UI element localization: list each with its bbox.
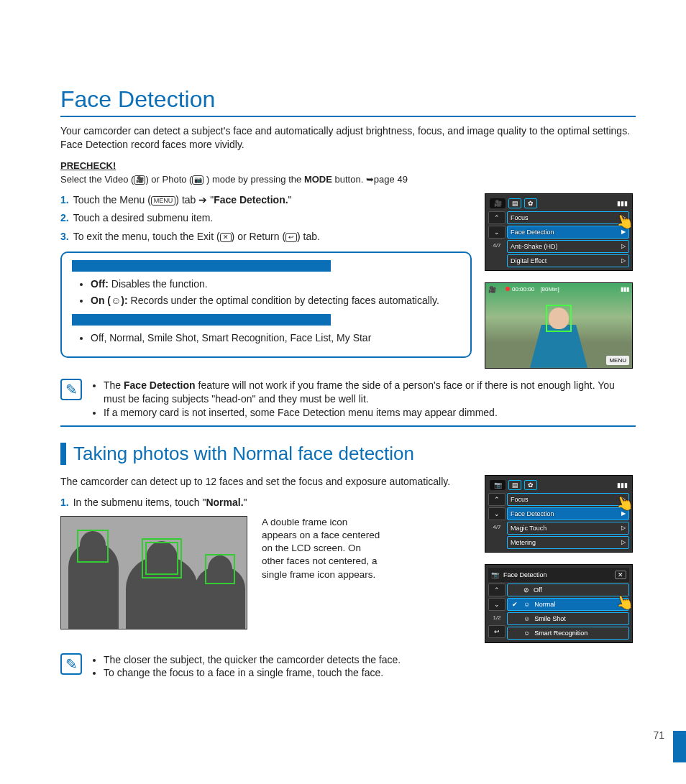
- menu-item-focus[interactable]: Focus▷: [507, 493, 629, 506]
- exit-icon: ✕: [220, 233, 232, 242]
- page-indicator: 4/7: [488, 522, 506, 533]
- menu-item-anti-shake[interactable]: Anti-Shake (HD)▷: [507, 240, 629, 253]
- step-2: 2.Touch a desired submenu item.: [60, 211, 472, 226]
- record-indicator: 00:00:00 [80Min]: [506, 286, 559, 292]
- settings-tab-icon[interactable]: ✿: [524, 198, 537, 208]
- menu-item-magic-touch[interactable]: Magic Touch▷: [507, 522, 629, 535]
- page-indicator: 4/7: [488, 240, 506, 252]
- scroll-up-button[interactable]: ⌃: [488, 584, 506, 596]
- face-box-icon: [546, 305, 572, 332]
- mode-video-icon: 🎥: [490, 198, 506, 208]
- menu-chip-icon: MENU: [151, 196, 176, 206]
- preview-battery-icon: ▮▮▮: [621, 286, 629, 292]
- page-number: 71: [653, 729, 664, 741]
- note-2: ✎ The closer the subject, the quicker th…: [60, 653, 636, 681]
- note1-item-1: The Face Detection feature will not work…: [104, 379, 636, 406]
- preview-mode-icon: 🎥: [488, 286, 496, 293]
- step-1: 1.Touch the Menu (MENU) tab ➔ "Face Dete…: [60, 193, 472, 208]
- note2-item-2: To change the focus to a face in a singl…: [104, 666, 401, 680]
- note-icon: ✎: [60, 653, 82, 675]
- return-button[interactable]: ↩: [488, 625, 506, 638]
- precheck-label: PRECHECK!: [60, 160, 636, 171]
- precheck-text: Select the Video (🎥) or Photo (📷 ) mode …: [60, 174, 636, 185]
- lcd-face-detection-options: 📷 Face Detection ✕ ⌃ ⌄ 1/2 ↩ ⊘Off ✔☺Norm…: [485, 564, 633, 643]
- page-indicator: 1/2: [488, 612, 506, 624]
- note1-item-2: If a memory card is not inserted, some F…: [104, 406, 636, 420]
- face-detection-diagram: [60, 516, 247, 629]
- note2-item-1: The closer the subject, the quicker the …: [104, 653, 401, 667]
- menu-tab-icon[interactable]: ▤: [508, 480, 521, 490]
- submenu-box: Off: Disables the function. On (☺): Reco…: [60, 252, 472, 359]
- menu-item-focus[interactable]: Focus▷: [507, 211, 629, 224]
- page-title: Face Detection: [60, 86, 636, 117]
- fd-option-off[interactable]: ⊘Off: [507, 584, 629, 596]
- scroll-down-button[interactable]: ⌄: [488, 226, 506, 239]
- note-1: ✎ The Face Detection feature will not wo…: [60, 379, 636, 427]
- preview-menu-button[interactable]: MENU: [606, 356, 629, 365]
- battery-icon: ▮▮▮: [617, 481, 628, 489]
- fd-option-smile-shot[interactable]: ☺Smile Shot: [507, 612, 629, 625]
- fd-option-smart-recognition[interactable]: ☺Smart Recognition: [507, 627, 629, 640]
- scroll-down-button[interactable]: ⌄: [488, 507, 506, 520]
- mode-photo-icon: 📷: [491, 571, 499, 578]
- page-accent-bar: [673, 731, 686, 762]
- menu-item-face-detection[interactable]: Face Detection▶: [507, 226, 629, 239]
- lcd-preview: 🎥 00:00:00 [80Min] ▮▮▮ MENU: [485, 282, 633, 369]
- lcd-menu-video: 🎥 ▤ ✿ ▮▮▮ ⌃ ⌄ 4/7 Focus▷ Face Detection▶…: [485, 193, 633, 271]
- step-3: 3.To exit the menu, touch the Exit (✕) o…: [60, 230, 472, 244]
- submenu-options: Off, Normal, Smile Shot, Smart Recogniti…: [91, 331, 460, 345]
- scroll-up-button[interactable]: ⌃: [488, 493, 506, 506]
- menu-tab-icon[interactable]: ▤: [508, 198, 521, 208]
- heading-bar-2: [72, 314, 331, 326]
- submenu-on: On (☺): Records under the optimal condit…: [91, 294, 460, 308]
- diagram-caption: A double frame icon appears on a face ce…: [262, 516, 384, 581]
- fd-title: Face Detection: [503, 571, 610, 578]
- scroll-up-button[interactable]: ⌃: [488, 211, 506, 224]
- fd-option-normal[interactable]: ✔☺Normal: [507, 598, 629, 611]
- substep-1: 1.In the submenu items, touch "Normal.": [60, 496, 472, 510]
- intro-text: Your camcorder can detect a subject's fa…: [60, 124, 636, 152]
- return-icon: ↩: [285, 233, 297, 242]
- battery-icon: ▮▮▮: [617, 200, 628, 207]
- video-mode-icon: 🎥: [134, 175, 145, 185]
- lcd-menu-photo: 📷 ▤ ✿ ▮▮▮ ⌃ ⌄ 4/7 Focus▷ Face Detection▶…: [485, 475, 633, 553]
- steps-list: 1.Touch the Menu (MENU) tab ➔ "Face Dete…: [60, 193, 472, 244]
- sub-intro: The camcorder can detect up to 12 faces …: [60, 475, 472, 489]
- close-icon[interactable]: ✕: [615, 571, 626, 579]
- submenu-off: Off: Disables the function.: [91, 277, 460, 291]
- menu-item-face-detection[interactable]: Face Detection▶: [507, 507, 629, 520]
- mode-photo-icon: 📷: [490, 480, 506, 490]
- scroll-down-button[interactable]: ⌄: [488, 598, 506, 611]
- menu-item-metering[interactable]: Metering▷: [507, 536, 629, 549]
- menu-item-digital-effect[interactable]: Digital Effect▷: [507, 254, 629, 267]
- settings-tab-icon[interactable]: ✿: [524, 480, 537, 490]
- section-subtitle: Taking photos with Normal face detection: [60, 443, 636, 465]
- photo-mode-icon: 📷: [192, 175, 203, 185]
- heading-bar-1: [72, 260, 331, 272]
- note-icon: ✎: [60, 379, 82, 400]
